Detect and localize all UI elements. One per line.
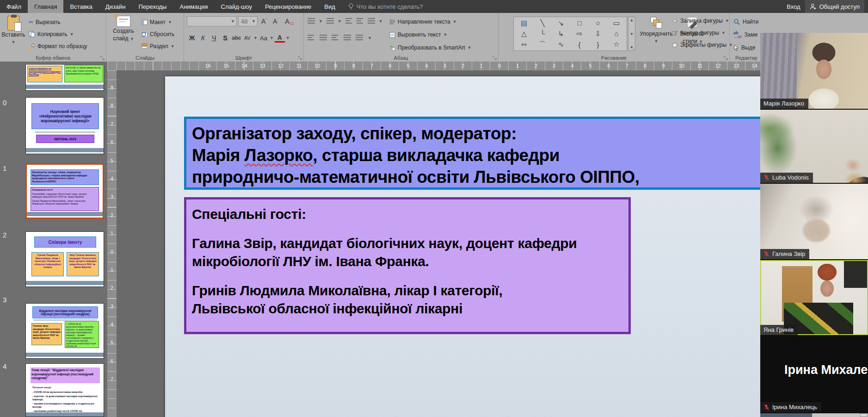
align-right-icon[interactable]	[332, 35, 339, 41]
slide-thumbnail-4[interactable]: Тема лекції: "Віддалені наслідки коронав…	[25, 363, 104, 417]
shapes-gallery[interactable]: ▤ ╲ ↘ □ ○ ▭ △ └ ↳ ⇨ ⇩ ⌂ ∾ ⌒ ∿ { } ☆	[513, 17, 627, 51]
character-spacing-button[interactable]: AV	[242, 35, 252, 41]
shape-oval-icon[interactable]: ○	[589, 18, 607, 28]
shrink-font-button[interactable]: Аˇ	[271, 18, 281, 25]
tab-home[interactable]: Главная	[28, 0, 63, 13]
underline-button[interactable]: Ч	[209, 34, 219, 42]
format-painter-button[interactable]: Формат по образцу	[29, 42, 87, 51]
slide-thumbnail-pane[interactable]: спростовувати чи підтверджувати наведені…	[0, 62, 107, 417]
shape-arrow-icon[interactable]: ↘	[552, 18, 570, 28]
tab-file[interactable]: Файл	[0, 0, 28, 13]
bold-button[interactable]: Ж	[187, 34, 197, 42]
shape-rectangle-icon[interactable]: □	[570, 18, 589, 28]
gallery-up-icon[interactable]: ▲	[630, 18, 634, 22]
video-tile-halyna-zvir[interactable]: Галина Звір	[760, 184, 868, 260]
decrease-indent-icon[interactable]	[345, 18, 353, 25]
grow-font-button[interactable]: Аˆ	[259, 18, 269, 25]
copy-button[interactable]: Копировать▼	[29, 30, 74, 39]
new-slide-button[interactable]: ✹ Создать слайд ▼	[109, 16, 138, 42]
section-button[interactable]: Раздел▼	[142, 42, 175, 51]
numbering-icon[interactable]	[326, 18, 334, 25]
text-direction-button[interactable]: Направление текста▼	[389, 17, 457, 27]
shape-elbow-icon[interactable]: └	[533, 28, 552, 39]
ruler-number: 0	[107, 243, 117, 261]
vertical-ruler[interactable]: 98765432101234567	[107, 70, 117, 417]
shape-arc-icon[interactable]: ⌒	[533, 39, 552, 50]
tab-animations[interactable]: Анимация	[173, 0, 214, 13]
replace-button[interactable]: ab→ac Заме	[733, 30, 757, 40]
slide-thumbnail-3[interactable]: Віддалені наслідки коронавірусної інфекц…	[25, 303, 104, 359]
reset-slide-button[interactable]: Сбросить	[142, 30, 174, 39]
shape-curve-icon[interactable]: ∿	[552, 39, 570, 50]
align-left-icon[interactable]	[308, 35, 315, 41]
shape-textbox-icon[interactable]: ▤	[515, 18, 533, 28]
change-case-button[interactable]: Aa	[259, 35, 269, 42]
justify-icon[interactable]	[344, 35, 351, 41]
tab-review[interactable]: Рецензирование	[259, 0, 318, 13]
tab-insert[interactable]: Вставка	[63, 0, 98, 13]
video-tile-maria-lazorko[interactable]: Марія Лазорко	[760, 33, 868, 110]
cut-button[interactable]: ✂ Вырезать	[29, 18, 60, 27]
share-button[interactable]: Общий доступ	[805, 0, 864, 13]
clipboard-dialog-launcher[interactable]	[100, 56, 105, 60]
paste-dropdown-arrow[interactable]: ▼	[12, 39, 16, 45]
video-tile-luba-vodonis[interactable]: Luba Vodonis	[760, 110, 868, 184]
font-color-button[interactable]: А	[275, 34, 285, 43]
select-button[interactable]: Выде	[733, 43, 755, 53]
slide-editing-surface[interactable]: Організатор заходу, спікер, модератор: М…	[165, 76, 803, 417]
layout-button[interactable]: Макет▼	[142, 18, 172, 27]
shape-triangle-icon[interactable]: △	[515, 28, 533, 39]
slide-thumbnail-1-selected[interactable]: Організатор заходу, спікер, модератор: М…	[25, 163, 104, 219]
italic-button[interactable]: К	[198, 34, 208, 42]
increase-indent-icon[interactable]	[357, 18, 364, 25]
shape-left-brace-icon[interactable]: {	[570, 39, 589, 50]
line-spacing-icon[interactable]	[368, 18, 375, 25]
gallery-more-icon[interactable]: ▼̲	[630, 45, 634, 50]
horizontal-ruler[interactable]: 1615141312111098765432101234567891011121…	[107, 62, 760, 70]
shapes-gallery-scrollbar[interactable]: ▲ ▼ ▼̲	[628, 17, 635, 51]
clear-formatting-button[interactable]: А	[282, 18, 292, 25]
arrange-button[interactable]: Упорядочить ▼	[637, 16, 675, 44]
shape-right-brace-icon[interactable]: }	[589, 39, 607, 50]
find-button[interactable]: Найти	[733, 17, 758, 27]
slide-textbox-organizer[interactable]: Організатор заходу, спікер, модератор: М…	[184, 117, 763, 190]
tab-design[interactable]: Дизайн	[99, 0, 132, 13]
paste-button[interactable]: Вставить ▼	[1, 16, 26, 45]
video-tile-yana-hryniv-speaking[interactable]: Яна Гринів	[760, 260, 868, 336]
shape-line-icon[interactable]: ╲	[533, 18, 552, 28]
paragraph-dialog-launcher[interactable]	[492, 56, 497, 60]
scrollbar-button[interactable]	[860, 413, 868, 417]
shape-outline-button[interactable]: Контур фигуры▼	[671, 28, 733, 38]
shape-rounded-rectangle-icon[interactable]: ▭	[607, 18, 626, 28]
shape-down-arrow-icon[interactable]: ⇩	[589, 28, 607, 39]
slide-thumbnail-2[interactable]: Спікери івенту Гринів Людмила Миколаївна…	[25, 231, 104, 287]
tab-view[interactable]: Вид	[318, 0, 342, 13]
tell-me-box[interactable]: Что вы хотите сделать?	[348, 3, 423, 10]
font-size-combo[interactable]: 48▼	[238, 16, 258, 26]
slide-thumbnail-partial[interactable]: спростовувати чи підтверджувати наведені…	[25, 65, 104, 91]
shape-star-icon[interactable]: ☆	[607, 39, 626, 50]
tab-slideshow[interactable]: Слайд-шоу	[215, 0, 259, 13]
shape-right-arrow-icon[interactable]: ⇨	[570, 28, 589, 39]
shape-elbow-arrow-icon[interactable]: ↳	[552, 28, 570, 39]
video-tile-iryna-mykhalets[interactable]: Ірина Михалець Ірина Михалець	[760, 336, 868, 413]
gallery-down-icon[interactable]: ▼	[630, 32, 634, 36]
slide-textbox-guests[interactable]: Спеціальні гості: Галина Звір, кандидат …	[184, 197, 631, 334]
slide-thumbnail-0[interactable]: Науковий івент «Нейрокогнітивні наслідки…	[25, 97, 104, 154]
align-center-icon[interactable]	[320, 35, 327, 41]
drawing-dialog-launcher[interactable]	[724, 56, 728, 60]
shape-freeform-icon[interactable]: ⌂	[607, 28, 626, 39]
strikethrough-button[interactable]: abc	[231, 35, 241, 41]
shape-fill-button[interactable]: Заливка фигуры▼	[671, 16, 733, 26]
shape-scribble-icon[interactable]: ∾	[515, 39, 533, 50]
sign-in-button[interactable]: Вход	[787, 3, 800, 10]
font-name-combo[interactable]: ▼	[187, 16, 237, 26]
shape-effects-button[interactable]: Эффекты фигуры▼	[671, 40, 733, 50]
bullets-icon[interactable]	[308, 18, 315, 25]
text-shadow-button[interactable]: S	[220, 34, 230, 42]
tab-transitions[interactable]: Переходы	[132, 0, 173, 13]
columns-icon[interactable]	[356, 35, 363, 41]
convert-smartart-button[interactable]: Преобразовать в SmartArt▼	[389, 43, 471, 53]
font-dialog-launcher[interactable]	[298, 56, 302, 60]
align-text-button[interactable]: Выровнять текст▼	[389, 30, 447, 40]
